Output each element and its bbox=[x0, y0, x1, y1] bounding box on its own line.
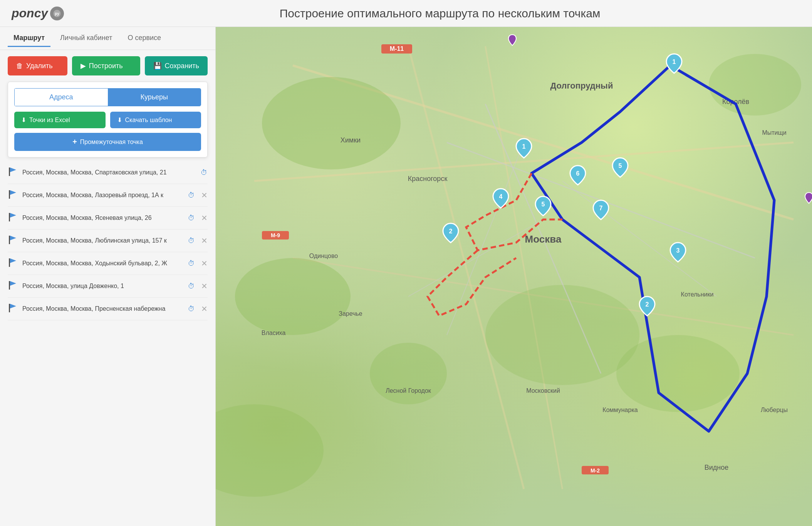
couriers-tab-btn[interactable]: Курьеры bbox=[108, 89, 201, 106]
page-title: Построение оптимального маршрута по неск… bbox=[79, 7, 800, 20]
address-text: Россия, Москва, Москва, Лазоревый проезд… bbox=[22, 192, 183, 199]
svg-marker-11 bbox=[10, 258, 16, 263]
flag-icon bbox=[8, 212, 18, 224]
panel-import-row: ⬇ Точки из Excel ⬇ Скачать шаблон bbox=[14, 112, 201, 128]
close-icon[interactable]: ✕ bbox=[201, 191, 208, 200]
svg-marker-5 bbox=[10, 190, 16, 195]
svg-text:Лесной Городок: Лесной Городок bbox=[386, 387, 431, 394]
list-item: Россия, Москва, Москва, Спартаковская ул… bbox=[8, 161, 208, 184]
time-icon[interactable]: ⏱ bbox=[201, 169, 208, 177]
download-template-icon: ⬇ bbox=[117, 116, 122, 124]
close-icon[interactable]: ✕ bbox=[201, 259, 208, 268]
time-icon[interactable]: ⏱ bbox=[188, 305, 195, 313]
save-button[interactable]: 💾 Сохранить bbox=[145, 56, 208, 75]
svg-rect-4 bbox=[9, 190, 10, 199]
map-background: М-11 М-9 М-2 bbox=[216, 27, 812, 526]
address-text: Россия, Москва, улица Довженко, 1 bbox=[22, 283, 183, 290]
svg-text:6: 6 bbox=[576, 170, 580, 177]
nav-tabs: Маршрут Личный кабинет О сервисе bbox=[0, 27, 215, 50]
close-icon[interactable]: ✕ bbox=[201, 236, 208, 245]
svg-point-27 bbox=[262, 77, 401, 169]
time-icon[interactable]: ⏱ bbox=[188, 191, 195, 199]
svg-rect-10 bbox=[9, 258, 10, 267]
svg-rect-2 bbox=[9, 168, 10, 176]
svg-point-28 bbox=[235, 258, 351, 335]
svg-text:Коммунарка: Коммунарка bbox=[602, 407, 638, 413]
svg-rect-8 bbox=[9, 236, 10, 244]
sidebar: Маршрут Личный кабинет О сервисе 🗑 Удали… bbox=[0, 27, 216, 526]
add-point-row: + Промежуточная точка bbox=[14, 133, 201, 151]
svg-text:2: 2 bbox=[449, 228, 453, 235]
logo-text: poncy bbox=[12, 6, 48, 20]
svg-point-30 bbox=[485, 285, 639, 385]
address-text: Россия, Москва, Москва, Люблинская улица… bbox=[22, 237, 183, 244]
action-buttons: 🗑 Удалить ▶ Построить 💾 Сохранить bbox=[0, 50, 215, 82]
svg-marker-15 bbox=[10, 304, 16, 308]
map-svg: М-11 М-9 М-2 bbox=[216, 27, 812, 526]
svg-text:Котельники: Котельники bbox=[681, 291, 714, 298]
close-icon[interactable]: ✕ bbox=[201, 304, 208, 313]
address-text: Россия, Москва, Москва, Пресненская набе… bbox=[22, 305, 183, 312]
svg-text:3: 3 bbox=[676, 247, 680, 254]
svg-text:Москва: Москва bbox=[525, 233, 562, 245]
panel-toggle: Адреса Курьеры bbox=[14, 88, 201, 106]
svg-text:1: 1 bbox=[673, 59, 676, 65]
flag-icon bbox=[8, 280, 18, 292]
svg-text:Видное: Видное bbox=[705, 464, 729, 471]
svg-point-31 bbox=[370, 343, 447, 404]
time-icon[interactable]: ⏱ bbox=[188, 260, 195, 268]
time-icon[interactable]: ⏱ bbox=[188, 237, 195, 245]
svg-text:Красногорск: Красногорск bbox=[408, 175, 448, 183]
svg-text:Мытищи: Мытищи bbox=[762, 129, 786, 136]
svg-text:5: 5 bbox=[542, 201, 545, 208]
flag-icon bbox=[8, 189, 18, 201]
excel-button[interactable]: ⬇ Точки из Excel bbox=[14, 112, 106, 128]
build-button[interactable]: ▶ Построить bbox=[72, 56, 140, 75]
list-item: Россия, Москва, улица Довженко, 1 ⏱ ✕ bbox=[8, 275, 208, 298]
main-layout: Маршрут Личный кабинет О сервисе 🗑 Удали… bbox=[0, 27, 812, 526]
svg-text:Московский: Московский bbox=[526, 387, 560, 394]
list-item: Россия, Москва, Москва, Пресненская набе… bbox=[8, 298, 208, 320]
svg-text:1: 1 bbox=[522, 143, 526, 150]
svg-marker-7 bbox=[10, 213, 16, 218]
save-icon: 💾 bbox=[153, 62, 162, 70]
close-icon[interactable]: ✕ bbox=[201, 213, 208, 223]
addresses-tab-btn[interactable]: Адреса bbox=[15, 89, 108, 106]
flag-icon bbox=[8, 303, 18, 315]
close-icon[interactable]: ✕ bbox=[201, 281, 208, 291]
delete-button[interactable]: 🗑 Удалить bbox=[8, 56, 67, 75]
svg-text:М-11: М-11 bbox=[390, 45, 404, 52]
time-icon[interactable]: ⏱ bbox=[188, 282, 195, 290]
panel-box: Адреса Курьеры ⬇ Точки из Excel ⬇ Скачат… bbox=[8, 82, 208, 157]
plus-icon: + bbox=[72, 137, 77, 146]
svg-text:Химки: Химки bbox=[341, 136, 361, 144]
svg-line-19 bbox=[485, 46, 562, 489]
address-text: Россия, Москва, Москва, Ходынский бульва… bbox=[22, 260, 183, 267]
svg-text:Люберцы: Люберцы bbox=[761, 407, 788, 413]
svg-point-33 bbox=[216, 404, 324, 497]
logo: poncy ру bbox=[12, 6, 64, 20]
template-button[interactable]: ⬇ Скачать шаблон bbox=[110, 112, 201, 128]
logo-icon: ру bbox=[50, 7, 64, 20]
add-point-button[interactable]: + Промежуточная точка bbox=[14, 133, 201, 151]
svg-rect-12 bbox=[9, 281, 10, 290]
time-icon[interactable]: ⏱ bbox=[188, 214, 195, 222]
svg-rect-6 bbox=[9, 213, 10, 221]
svg-text:Власиха: Власиха bbox=[262, 330, 286, 336]
tab-route[interactable]: Маршрут bbox=[8, 30, 50, 47]
list-item: Россия, Москва, Москва, Ясеневая улица, … bbox=[8, 207, 208, 229]
flag-icon bbox=[8, 167, 18, 178]
svg-line-18 bbox=[408, 46, 524, 489]
address-text: Россия, Москва, Москва, Спартаковская ул… bbox=[22, 169, 196, 176]
header: poncy ру Построение оптимального маршрут… bbox=[0, 0, 812, 27]
map-area[interactable]: М-11 М-9 М-2 bbox=[216, 27, 812, 526]
svg-marker-13 bbox=[10, 281, 16, 286]
tab-about[interactable]: О сервисе bbox=[122, 30, 167, 47]
flag-icon bbox=[8, 235, 18, 246]
svg-text:Одинцово: Одинцово bbox=[309, 253, 338, 259]
download-icon: ⬇ bbox=[21, 116, 26, 124]
svg-text:2: 2 bbox=[646, 301, 649, 308]
svg-point-29 bbox=[709, 54, 801, 116]
tab-cabinet[interactable]: Личный кабинет bbox=[54, 30, 118, 47]
flag-icon bbox=[8, 258, 18, 269]
